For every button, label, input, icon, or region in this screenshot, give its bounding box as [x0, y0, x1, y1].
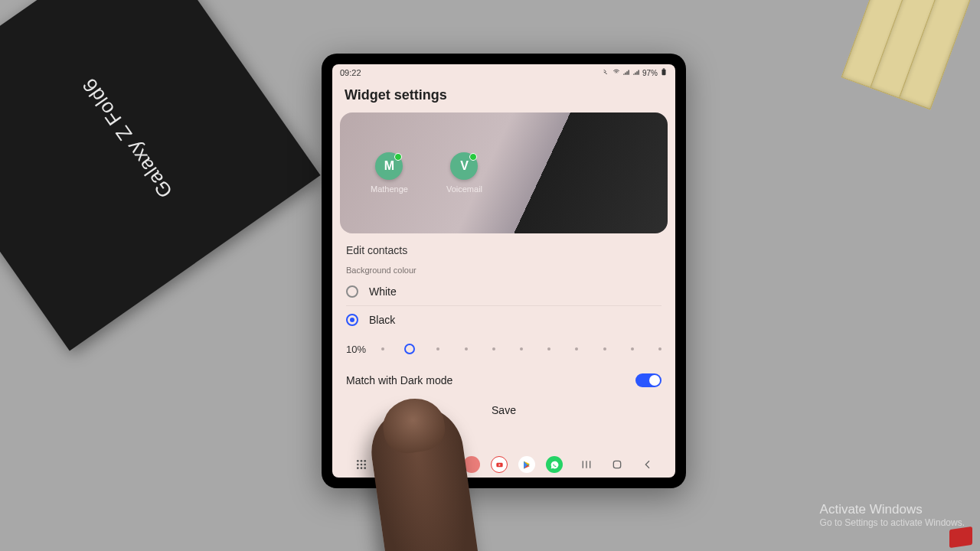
opacity-slider-row: 10% — [332, 334, 675, 364]
slider-value: 10% — [346, 344, 372, 355]
device-frame: 09:22 97% Widget settin — [322, 54, 686, 488]
signal-icon-2 — [632, 68, 640, 77]
svg-rect-1 — [663, 68, 665, 69]
product-box-prop: Galaxy Z Fold6 — [0, 0, 321, 351]
presence-dot-icon — [469, 153, 477, 161]
svg-point-7 — [364, 464, 366, 466]
opacity-slider[interactable] — [381, 341, 662, 357]
play-store-icon[interactable] — [518, 456, 535, 473]
back-nav-icon[interactable] — [641, 458, 655, 471]
radio-black[interactable]: Black — [332, 306, 675, 334]
radio-icon — [346, 314, 358, 326]
avatar: M — [375, 152, 403, 180]
save-button[interactable]: Save — [492, 404, 516, 416]
background-colour-label: Background colour — [332, 261, 675, 278]
home-nav-icon[interactable] — [610, 458, 624, 471]
svg-rect-0 — [662, 70, 666, 76]
corner-badge — [949, 527, 972, 548]
wooden-clip-prop — [836, 0, 980, 144]
presence-dot-icon — [394, 153, 402, 161]
edit-contacts-link[interactable]: Edit contacts — [332, 233, 675, 261]
wifi-icon — [612, 68, 620, 77]
widget-preview: M Mathenge V Voicemail — [340, 112, 668, 233]
contact-name: Mathenge — [371, 184, 408, 194]
svg-rect-15 — [613, 461, 620, 468]
toggle-switch[interactable] — [635, 373, 662, 387]
youtube-app-icon[interactable] — [491, 456, 508, 473]
toggle-label: Match with Dark mode — [346, 374, 452, 386]
slider-ticks — [381, 341, 662, 357]
svg-point-9 — [361, 467, 363, 469]
product-box-label: Galaxy Z Fold6 — [77, 73, 178, 202]
app-drawer-icon[interactable] — [353, 456, 370, 473]
battery-text: 97% — [642, 69, 658, 77]
svg-point-2 — [357, 460, 359, 462]
svg-point-4 — [364, 460, 366, 462]
signal-icon — [622, 68, 630, 77]
watermark-line1: Activate Windows — [820, 502, 965, 517]
svg-point-8 — [357, 467, 359, 469]
radio-icon — [346, 285, 358, 298]
preview-contact: M Mathenge — [371, 152, 408, 194]
avatar: V — [450, 152, 478, 180]
whatsapp-icon[interactable] — [546, 456, 563, 473]
svg-point-10 — [364, 467, 366, 469]
preview-contact: V Voicemail — [446, 152, 482, 194]
recents-nav-icon[interactable] — [580, 458, 593, 471]
radio-label: White — [369, 285, 397, 298]
radio-white[interactable]: White — [332, 278, 675, 305]
svg-point-3 — [361, 460, 363, 462]
watermark-line2: Go to Settings to activate Windows. — [820, 517, 965, 528]
contact-name: Voicemail — [446, 184, 482, 194]
page-title: Widget settings — [332, 81, 675, 112]
svg-point-5 — [357, 464, 359, 466]
windows-watermark: Activate Windows Go to Settings to activ… — [820, 502, 965, 528]
svg-point-6 — [361, 464, 363, 466]
nfc-icon — [603, 68, 610, 77]
match-dark-mode-row[interactable]: Match with Dark mode — [332, 364, 675, 396]
status-bar: 09:22 97% — [332, 64, 675, 81]
slider-thumb[interactable] — [404, 344, 415, 354]
status-time: 09:22 — [340, 68, 361, 77]
device-screen: 09:22 97% Widget settin — [332, 64, 675, 478]
battery-icon — [660, 68, 668, 77]
radio-label: Black — [369, 314, 395, 326]
